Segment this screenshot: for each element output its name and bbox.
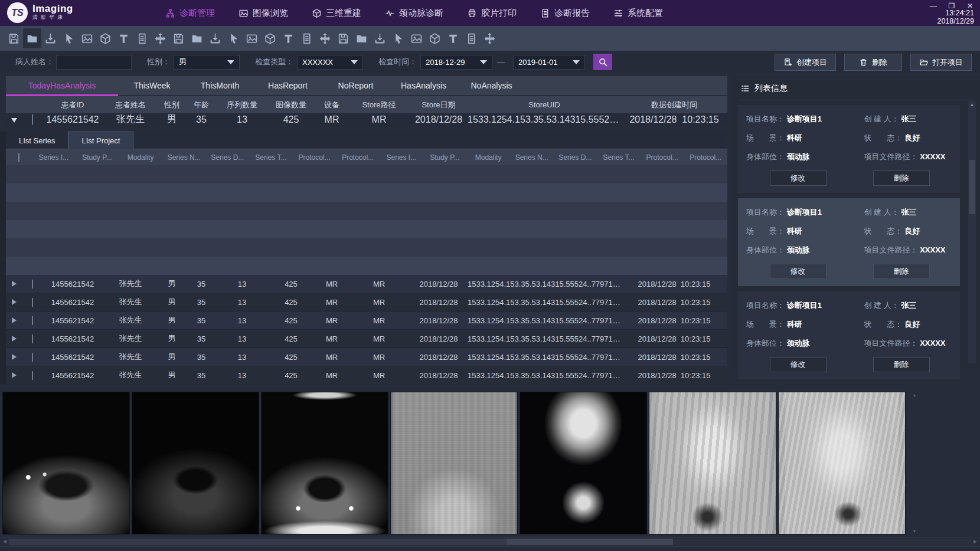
collapse-icon[interactable] bbox=[11, 118, 17, 123]
horizontal-scrollbar[interactable]: ◄ ► bbox=[0, 537, 980, 546]
toolbar-document-icon[interactable] bbox=[462, 28, 481, 48]
toolbar-cube-3d-icon[interactable] bbox=[426, 28, 444, 48]
card-button-删除[interactable]: 删除 bbox=[873, 357, 930, 372]
scroll-up-icon[interactable]: ▲ bbox=[968, 102, 976, 107]
expand-icon[interactable] bbox=[12, 336, 17, 342]
mri-axial-slice-2[interactable] bbox=[132, 392, 259, 534]
expand-arrow[interactable] bbox=[6, 280, 22, 288]
select-all-checkbox[interactable] bbox=[18, 153, 19, 162]
toolbar-move-icon[interactable] bbox=[316, 28, 334, 48]
nav-item-颈动脉诊断[interactable]: 颈动脉诊断 bbox=[385, 8, 443, 19]
toolbar-image-icon[interactable] bbox=[78, 28, 96, 48]
card-button-修改[interactable]: 修改 bbox=[770, 170, 827, 186]
project-card[interactable]: 项目名称： 诊断项目1创 建 人： 张三场 景： 科研状 态： 良好身体部位： … bbox=[738, 105, 960, 193]
toolbar-text-icon[interactable] bbox=[279, 28, 298, 48]
card-button-删除[interactable]: 删除 bbox=[873, 264, 930, 279]
tab-HasAnalysis[interactable]: HasAnalysis bbox=[390, 76, 458, 95]
thumbnail-scrollbar[interactable]: ▲ ▼ bbox=[912, 392, 917, 534]
nav-item-图像浏览[interactable]: 图像浏览 bbox=[239, 8, 288, 19]
expand-arrow[interactable] bbox=[6, 334, 22, 343]
card-button-修改[interactable]: 修改 bbox=[770, 357, 827, 372]
tab-ThisWeek[interactable]: ThisWeek bbox=[118, 76, 186, 95]
nav-item-诊断管理[interactable]: 诊断管理 bbox=[165, 8, 215, 19]
action-button-创建项目[interactable]: 创建项目 bbox=[775, 54, 836, 71]
action-button-打开项目[interactable]: 打开项目 bbox=[910, 54, 972, 71]
toolbar-document-icon[interactable] bbox=[298, 28, 316, 48]
toolbar-cursor-icon[interactable] bbox=[224, 28, 243, 48]
scroll-left-icon[interactable]: ◄ bbox=[2, 538, 8, 545]
horizontal-scrollbar-thumb[interactable] bbox=[507, 539, 673, 545]
toolbar-cursor-icon[interactable] bbox=[389, 28, 407, 48]
row-checkbox[interactable] bbox=[32, 371, 33, 380]
toolbar-open-folder-icon[interactable] bbox=[23, 28, 41, 48]
expand-arrow[interactable] bbox=[6, 316, 22, 325]
row-checkbox[interactable] bbox=[32, 353, 33, 362]
expand-icon[interactable] bbox=[12, 354, 17, 360]
study-row-expanded[interactable]: 1455621542张先生男3513425MRMR2018/12/281533.… bbox=[6, 113, 727, 126]
tab-TodayHasAnalysis[interactable]: TodayHasAnalysis bbox=[6, 76, 118, 95]
nav-item-三维重建[interactable]: 三维重建 bbox=[312, 8, 361, 19]
mri-axial-slice-4[interactable] bbox=[390, 392, 518, 534]
row-checkbox[interactable] bbox=[32, 334, 33, 343]
mri-coronal-slice-7[interactable] bbox=[778, 392, 906, 534]
row-checkbox[interactable] bbox=[32, 316, 33, 325]
mri-axial-slice-1[interactable] bbox=[2, 392, 130, 534]
search-button[interactable] bbox=[593, 54, 612, 70]
toolbar-cube-3d-icon[interactable] bbox=[261, 28, 279, 48]
expand-icon[interactable] bbox=[12, 299, 17, 305]
toolbar-image-icon[interactable] bbox=[243, 28, 261, 48]
row-checkbox[interactable] bbox=[32, 114, 33, 125]
study-row[interactable]: 1455621542张先生男3513425MRMR2018/12/281533.… bbox=[6, 293, 727, 311]
gender-select[interactable]: 男 bbox=[174, 55, 240, 70]
toolbar-move-icon[interactable] bbox=[151, 28, 169, 48]
scroll-down-icon[interactable]: ▼ bbox=[912, 529, 917, 533]
expand-arrow[interactable] bbox=[6, 298, 22, 307]
card-button-删除[interactable]: 删除 bbox=[873, 170, 930, 186]
toolbar-open-folder-icon[interactable] bbox=[188, 28, 206, 48]
toolbar-cube-3d-icon[interactable] bbox=[96, 28, 115, 48]
nav-item-胶片打印[interactable]: 胶片打印 bbox=[467, 8, 517, 19]
toolbar-import-icon[interactable] bbox=[371, 28, 389, 48]
panel-scrollbar[interactable]: ▲ bbox=[968, 101, 976, 363]
scroll-right-icon[interactable]: ► bbox=[972, 538, 978, 545]
tab-list-series[interactable]: LIst Series bbox=[6, 132, 68, 149]
nav-item-系统配置[interactable]: 系统配置 bbox=[613, 8, 663, 19]
toolbar-import-icon[interactable] bbox=[41, 28, 60, 48]
study-row[interactable]: 1455621542张先生男3513425MRMR2018/12/281533.… bbox=[6, 311, 727, 330]
study-row[interactable]: 1455621542张先生男3513425MRMR2018/12/281533.… bbox=[6, 348, 727, 366]
study-row[interactable]: 1455621542张先生男3513425MRMR2018/12/281533.… bbox=[6, 275, 727, 293]
scroll-up-icon[interactable]: ▲ bbox=[912, 393, 917, 397]
exam-type-select[interactable]: XXXXXX bbox=[297, 55, 363, 70]
toolbar-save-icon[interactable] bbox=[169, 28, 188, 48]
panel-scrollbar-thumb[interactable] bbox=[969, 160, 975, 214]
toolbar-open-folder-icon[interactable] bbox=[352, 28, 371, 48]
row-checkbox[interactable] bbox=[32, 298, 33, 307]
tab-ThisMonth[interactable]: ThisMonth bbox=[186, 76, 254, 95]
nav-item-诊断报告[interactable]: 诊断报告 bbox=[540, 8, 590, 19]
tab-list-project[interactable]: LIst Project bbox=[68, 132, 133, 149]
toolbar-image-icon[interactable] bbox=[407, 28, 426, 48]
toolbar-text-icon[interactable] bbox=[115, 28, 133, 48]
mri-coronal-slice-6[interactable] bbox=[649, 392, 776, 534]
toolbar-text-icon[interactable] bbox=[444, 28, 462, 48]
minimize-button[interactable]: — bbox=[929, 2, 937, 10]
horizontal-scrollbar-track[interactable] bbox=[8, 539, 972, 545]
toolbar-document-icon[interactable] bbox=[133, 28, 151, 48]
expand-icon[interactable] bbox=[12, 372, 17, 378]
toolbar-save-icon[interactable] bbox=[5, 28, 23, 48]
toolbar-save-icon[interactable] bbox=[334, 28, 352, 48]
expand-arrow[interactable] bbox=[6, 371, 22, 380]
study-row[interactable]: 1455621542张先生男3513425MRMR2018/12/281533.… bbox=[6, 330, 727, 348]
toolbar-import-icon[interactable] bbox=[206, 28, 224, 48]
tab-NoReport[interactable]: NoReport bbox=[322, 76, 390, 95]
toolbar-move-icon[interactable] bbox=[481, 28, 499, 48]
tab-NoAnalysis[interactable]: NoAnalysis bbox=[458, 76, 525, 95]
mri-axial-slice-3[interactable] bbox=[261, 392, 388, 534]
card-button-修改[interactable]: 修改 bbox=[770, 264, 827, 279]
study-row[interactable]: 1455621542张先生男3513425MRMR2018/12/281533.… bbox=[6, 366, 727, 385]
project-card[interactable]: 项目名称： 诊断项目1创 建 人： 张三场 景： 科研状 态： 良好身体部位： … bbox=[738, 198, 960, 286]
tab-HasReport[interactable]: HasReport bbox=[254, 76, 322, 95]
toolbar-cursor-icon[interactable] bbox=[60, 28, 78, 48]
date-to-select[interactable]: 2019-01-01 bbox=[513, 55, 585, 70]
expand-icon[interactable] bbox=[12, 281, 17, 287]
